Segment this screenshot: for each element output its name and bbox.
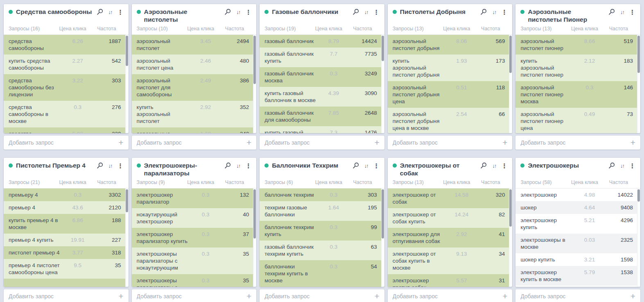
keyword-row[interactable]: купить аэрозольный пистолет добрыня 1.93… xyxy=(388,54,513,81)
keyword-row[interactable]: аэрозольный пистолет 3.45 2494 xyxy=(132,35,257,54)
keyword-row[interactable]: аэрозольный пистолет пионер 8.66 519 xyxy=(515,35,640,54)
keyword-row[interactable]: аэрозольный пистолет для самообороны 2.4… xyxy=(132,74,257,101)
keyword-row[interactable]: шокер 4.64 9408 xyxy=(515,201,640,214)
sort-icon[interactable]: ↓↑ xyxy=(108,9,112,15)
keyword-row[interactable]: аэрозольные пистолеты цена в москве 1.68… xyxy=(132,127,257,133)
sort-icon[interactable]: ↓↑ xyxy=(236,9,240,15)
add-query-input[interactable] xyxy=(520,293,627,300)
scrollbar-thumb[interactable] xyxy=(253,36,256,84)
search-icon[interactable] xyxy=(608,162,615,169)
keyword-row[interactable]: средства самообороны 6.26 1887 xyxy=(4,35,129,54)
keyword-row[interactable]: премьер 4 пистолет самообороны цена 9.5 … xyxy=(4,259,129,279)
keyword-row[interactable]: пистолет премьер 4 3.77 318 xyxy=(4,246,129,259)
keyword-row[interactable]: премьеру 4 0.3 3302 xyxy=(4,188,129,201)
keyword-row[interactable]: средства самообороны купить 5.02 230 xyxy=(4,127,129,133)
keyword-row[interactable]: газовый баллончик 8.79 14424 xyxy=(260,35,384,48)
scrollbar-track[interactable] xyxy=(381,188,384,287)
sort-icon[interactable]: ↓↑ xyxy=(492,9,496,15)
keyword-row[interactable]: купить средства самообороны 2.27 542 xyxy=(4,54,129,74)
keyword-row[interactable]: электрошокер от собак купить в москве 9.… xyxy=(388,248,513,274)
keyword-row[interactable]: газовый баллончик техкрим купить 0.3 63 xyxy=(260,241,384,260)
scrollbar-track[interactable] xyxy=(253,188,256,287)
search-icon[interactable] xyxy=(608,9,615,15)
add-query-plus-icon[interactable]: + xyxy=(371,292,380,300)
keyword-row[interactable]: электрошокер для отпугивания собак 2.92 … xyxy=(388,228,513,248)
keyword-row[interactable]: купить газовый баллончик 7.3 1476 xyxy=(260,126,384,133)
keyword-row[interactable]: электрошокер от собак 14.58 320 xyxy=(388,188,513,208)
add-query-input[interactable] xyxy=(264,293,371,300)
keyword-row[interactable]: купить газовый баллончик в москве 4.39 3… xyxy=(260,87,384,107)
scrollbar-track[interactable] xyxy=(125,188,129,287)
keyword-row[interactable]: аэрозольный пистолет добрыня 8.06 569 xyxy=(388,35,513,54)
keyword-row[interactable]: премьер 4 43.6 2120 xyxy=(4,201,129,214)
scrollbar-track[interactable] xyxy=(253,35,256,133)
kebab-menu-icon[interactable]: ⋮ xyxy=(118,9,124,15)
keyword-row[interactable]: средства самообороны в москве 0.3 276 xyxy=(4,101,129,127)
scrollbar-track[interactable] xyxy=(509,35,512,133)
keyword-row[interactable]: электрошокер парализатор купить 0.3 37 xyxy=(132,228,257,248)
add-query-plus-icon[interactable]: + xyxy=(115,292,123,300)
search-icon[interactable] xyxy=(353,162,359,169)
add-query-plus-icon[interactable]: + xyxy=(371,139,380,147)
keyword-row[interactable]: газовый баллончик москва 0.3 3249 xyxy=(260,67,384,87)
add-query-plus-icon[interactable]: + xyxy=(243,292,251,300)
keyword-row[interactable]: аэрозольный пистолет добрыня цена 0.51 1… xyxy=(388,81,513,108)
keyword-row[interactable]: премьер 4 купить 19.91 227 xyxy=(4,234,129,246)
search-icon[interactable] xyxy=(97,9,103,15)
add-query-input[interactable] xyxy=(137,139,243,146)
search-icon[interactable] xyxy=(353,9,359,15)
keyword-row[interactable]: купить аэрозольный пистолет 2.92 352 xyxy=(132,101,257,127)
add-query-plus-icon[interactable]: + xyxy=(115,139,123,147)
keyword-row[interactable]: нокаутирующий электрошокер 0.3 40 xyxy=(132,208,257,228)
kebab-menu-icon[interactable]: ⋮ xyxy=(373,9,380,15)
keyword-row[interactable]: газовый баллончик для самообороны 7.85 2… xyxy=(260,107,384,126)
keyword-row[interactable]: купить премьер 4 в москве 6.86 188 xyxy=(4,214,129,234)
add-query-plus-icon[interactable]: + xyxy=(627,292,635,300)
keyword-row[interactable]: аэрозольный пистолет добрыня цена в моск… xyxy=(388,108,513,133)
kebab-menu-icon[interactable]: ⋮ xyxy=(118,163,124,169)
scrollbar-thumb[interactable] xyxy=(382,36,384,61)
sort-icon[interactable]: ↓↑ xyxy=(492,163,496,169)
add-query-plus-icon[interactable]: + xyxy=(627,139,635,147)
scrollbar-track[interactable] xyxy=(509,188,512,287)
kebab-menu-icon[interactable]: ⋮ xyxy=(373,163,380,169)
scrollbar-thumb[interactable] xyxy=(126,36,128,66)
keyword-row[interactable]: шокер купить 3.21 1598 xyxy=(515,253,640,266)
sort-icon[interactable]: ↓↑ xyxy=(620,9,624,15)
kebab-menu-icon[interactable]: ⋮ xyxy=(245,163,251,169)
add-query-input[interactable] xyxy=(393,293,499,300)
keyword-row[interactable]: аэрозольный пистолет пионер цена 0.49 73 xyxy=(515,108,640,133)
scrollbar-thumb[interactable] xyxy=(637,189,640,202)
sort-icon[interactable]: ↓↑ xyxy=(108,163,112,169)
search-icon[interactable] xyxy=(480,9,487,15)
add-query-plus-icon[interactable]: + xyxy=(243,139,251,147)
kebab-menu-icon[interactable]: ⋮ xyxy=(629,9,635,15)
sort-icon[interactable]: ↓↑ xyxy=(364,163,368,169)
kebab-menu-icon[interactable]: ⋮ xyxy=(245,9,251,15)
sort-icon[interactable]: ↓↑ xyxy=(364,9,368,15)
add-query-input[interactable] xyxy=(9,293,115,300)
scrollbar-track[interactable] xyxy=(125,35,129,133)
scrollbar-thumb[interactable] xyxy=(253,189,256,238)
kebab-menu-icon[interactable]: ⋮ xyxy=(501,163,507,169)
kebab-menu-icon[interactable]: ⋮ xyxy=(501,9,507,15)
scrollbar-thumb[interactable] xyxy=(509,189,512,227)
keyword-row[interactable]: электрошокер 4.98 14022 xyxy=(515,188,640,201)
keyword-row[interactable]: электрошокеры в москве 0.03 2325 xyxy=(515,234,640,253)
keyword-row[interactable]: баллончики техкрим купить в москве 0.3 5… xyxy=(260,260,384,287)
add-query-plus-icon[interactable]: + xyxy=(499,139,507,147)
scrollbar-thumb[interactable] xyxy=(637,36,640,73)
keyword-row[interactable]: электрошокер купить в москве 5.79 1538 xyxy=(515,266,640,286)
keyword-row[interactable]: аэрозольный пистолет цена 2.46 480 xyxy=(132,54,257,74)
add-query-input[interactable] xyxy=(9,139,115,146)
scrollbar-thumb[interactable] xyxy=(382,189,384,238)
search-icon[interactable] xyxy=(480,162,487,169)
keyword-row[interactable]: электрошокер против собак 5.57 31 xyxy=(388,274,513,287)
keyword-row[interactable]: электрошокер парализатор 0.3 132 xyxy=(132,188,257,208)
scrollbar-thumb[interactable] xyxy=(509,36,512,73)
search-icon[interactable] xyxy=(97,162,103,169)
keyword-row[interactable]: электрошокеры парализаторы с нокаутирующ… xyxy=(132,274,257,287)
keyword-row[interactable]: техкрим газовые баллончики 1.64 195 xyxy=(260,201,384,221)
keyword-row[interactable]: аэрозольный пистолет пионер москва 0.3 1… xyxy=(515,81,640,108)
scrollbar-track[interactable] xyxy=(381,35,384,133)
